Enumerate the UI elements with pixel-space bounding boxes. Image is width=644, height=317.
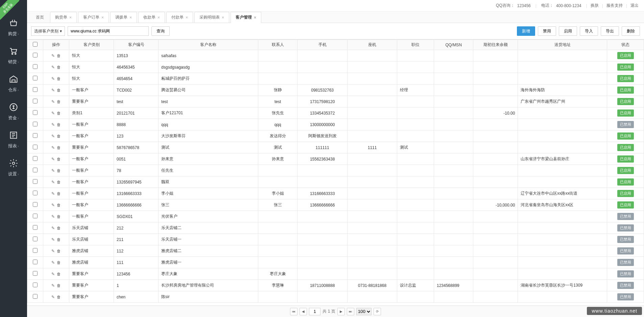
sidebar-item-gear[interactable]: 设置› xyxy=(0,154,27,182)
row-checkbox[interactable] xyxy=(33,133,38,138)
import-button[interactable]: 导入 xyxy=(580,26,598,36)
edit-icon[interactable]: ✎ xyxy=(51,214,55,219)
close-icon[interactable]: × xyxy=(129,15,132,20)
edit-icon[interactable]: ✎ xyxy=(51,65,55,70)
tab-1[interactable]: 购货单× xyxy=(50,12,77,23)
tab-6[interactable]: 采购明细表× xyxy=(194,12,229,23)
delete-icon[interactable]: 🗑 xyxy=(57,134,61,139)
delete-icon[interactable]: 🗑 xyxy=(57,99,61,104)
delete-icon[interactable]: 🗑 xyxy=(57,53,61,58)
edit-icon[interactable]: ✎ xyxy=(51,157,55,162)
edit-icon[interactable]: ✎ xyxy=(51,76,55,81)
table-container[interactable]: 操作 客户类别 客户编号 客户名称 联系人 手机 座机 职位 QQ/MSN 期初… xyxy=(27,39,644,306)
tab-0[interactable]: 首页 xyxy=(31,12,49,23)
search-input[interactable] xyxy=(68,26,149,36)
enable-button[interactable]: 启用 xyxy=(559,26,577,36)
delete-icon[interactable]: 🗑 xyxy=(57,88,61,93)
disable-button[interactable]: 禁用 xyxy=(538,26,556,36)
first-page-button[interactable]: ⏮ xyxy=(290,308,297,315)
tab-5[interactable]: 付款单× xyxy=(166,12,193,23)
row-checkbox[interactable] xyxy=(33,294,38,299)
edit-icon[interactable]: ✎ xyxy=(51,249,55,253)
logout-link[interactable]: 退出 xyxy=(630,3,639,8)
row-checkbox[interactable] xyxy=(33,145,38,149)
delete-icon[interactable]: 🗑 xyxy=(57,295,61,299)
category-select[interactable]: 选择客户类别▾ xyxy=(31,26,65,36)
delete-icon[interactable]: 🗑 xyxy=(57,260,61,265)
edit-icon[interactable]: ✎ xyxy=(51,145,55,150)
tab-7[interactable]: 客户管理× xyxy=(231,12,261,23)
close-icon[interactable]: × xyxy=(101,15,104,20)
edit-icon[interactable]: ✎ xyxy=(51,99,55,104)
row-checkbox[interactable] xyxy=(33,110,38,115)
row-checkbox[interactable] xyxy=(33,168,38,172)
tab-3[interactable]: 调拨单× xyxy=(110,12,137,23)
close-icon[interactable]: × xyxy=(158,15,160,20)
delete-button[interactable]: 删除 xyxy=(622,26,640,36)
row-checkbox[interactable] xyxy=(33,283,38,287)
delete-icon[interactable]: 🗑 xyxy=(57,168,61,173)
row-checkbox[interactable] xyxy=(33,260,38,264)
delete-icon[interactable]: 🗑 xyxy=(57,65,61,70)
close-icon[interactable]: × xyxy=(222,15,224,20)
edit-icon[interactable]: ✎ xyxy=(51,88,55,93)
search-button[interactable]: 查询 xyxy=(151,26,170,36)
edit-icon[interactable]: ✎ xyxy=(51,53,55,58)
row-checkbox[interactable] xyxy=(33,248,38,253)
row-checkbox[interactable] xyxy=(33,156,38,161)
row-checkbox[interactable] xyxy=(33,99,38,103)
page-input[interactable] xyxy=(309,308,320,315)
delete-icon[interactable]: 🗑 xyxy=(57,249,61,253)
row-checkbox[interactable] xyxy=(33,179,38,184)
delete-icon[interactable]: 🗑 xyxy=(57,145,61,150)
row-checkbox[interactable] xyxy=(33,87,38,92)
delete-icon[interactable]: 🗑 xyxy=(57,272,61,276)
support-link[interactable]: 服务支持 xyxy=(606,3,623,8)
delete-icon[interactable]: 🗑 xyxy=(57,180,61,185)
add-button[interactable]: 新增 xyxy=(517,26,535,36)
edit-icon[interactable]: ✎ xyxy=(51,122,55,127)
edit-icon[interactable]: ✎ xyxy=(51,168,55,173)
delete-icon[interactable]: 🗑 xyxy=(57,76,61,81)
row-checkbox[interactable] xyxy=(33,202,38,207)
close-icon[interactable]: × xyxy=(186,15,188,20)
edit-icon[interactable]: ✎ xyxy=(51,180,55,185)
row-checkbox[interactable] xyxy=(33,64,38,69)
edit-icon[interactable]: ✎ xyxy=(51,283,55,288)
close-icon[interactable]: × xyxy=(254,15,256,20)
row-checkbox[interactable] xyxy=(33,53,38,57)
refresh-button[interactable]: ⟳ xyxy=(374,308,381,315)
edit-icon[interactable]: ✎ xyxy=(51,260,55,265)
sidebar-item-money[interactable]: 资金› xyxy=(0,98,27,126)
delete-icon[interactable]: 🗑 xyxy=(57,191,61,196)
delete-icon[interactable]: 🗑 xyxy=(57,226,61,230)
edit-icon[interactable]: ✎ xyxy=(51,111,55,116)
edit-icon[interactable]: ✎ xyxy=(51,226,55,230)
sidebar-item-cart[interactable]: 销货› xyxy=(0,42,27,70)
last-page-button[interactable]: ⏭ xyxy=(347,308,354,315)
edit-icon[interactable]: ✎ xyxy=(51,237,55,242)
delete-icon[interactable]: 🗑 xyxy=(57,214,61,219)
row-checkbox[interactable] xyxy=(33,225,38,230)
sidebar-item-report[interactable]: 报表› xyxy=(0,126,27,154)
delete-icon[interactable]: 🗑 xyxy=(57,203,61,208)
row-checkbox[interactable] xyxy=(33,122,38,126)
tab-2[interactable]: 客户订单× xyxy=(78,12,109,23)
edit-icon[interactable]: ✎ xyxy=(51,191,55,196)
page-size-select[interactable]: 100 xyxy=(356,308,372,315)
delete-icon[interactable]: 🗑 xyxy=(57,122,61,127)
close-icon[interactable]: × xyxy=(69,15,72,20)
row-checkbox[interactable] xyxy=(33,271,38,276)
edit-icon[interactable]: ✎ xyxy=(51,134,55,139)
select-all-checkbox[interactable] xyxy=(33,42,38,47)
edit-icon[interactable]: ✎ xyxy=(51,203,55,208)
row-checkbox[interactable] xyxy=(33,214,38,218)
skin-link[interactable]: 换肤 xyxy=(591,3,599,8)
delete-icon[interactable]: 🗑 xyxy=(57,111,61,116)
edit-icon[interactable]: ✎ xyxy=(51,295,55,299)
tab-4[interactable]: 收款单× xyxy=(138,12,165,23)
prev-page-button[interactable]: ◀ xyxy=(300,308,307,315)
sidebar-item-warehouse[interactable]: 仓库› xyxy=(0,70,27,98)
next-page-button[interactable]: ▶ xyxy=(337,308,345,315)
edit-icon[interactable]: ✎ xyxy=(51,272,55,276)
